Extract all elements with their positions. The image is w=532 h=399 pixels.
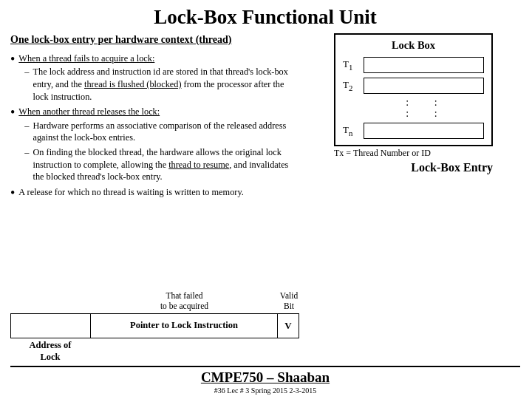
- thread-row-t1: T1: [343, 57, 484, 73]
- left-column: One lock-box entry per hardware context …: [10, 33, 299, 363]
- bullet-2-text: When another thread releases the lock:: [18, 106, 160, 117]
- bullet-2-sub-1: – Hardware performs an associative compa…: [24, 120, 299, 144]
- bullet-1-sub-1: – The lock address and instruction id ar…: [24, 66, 299, 103]
- ptr-cell: Pointer to Lock Instruction: [91, 314, 278, 338]
- tn-box: [364, 123, 484, 139]
- dots-1: : :: [364, 97, 484, 108]
- tn-label: Tn: [343, 124, 364, 137]
- t1-box: [364, 57, 484, 73]
- bullet-1-text: When a thread fails to acquire a lock:: [18, 53, 154, 64]
- t1-label: T1: [343, 58, 364, 72]
- main-title: Lock-Box Functional Unit: [10, 6, 520, 29]
- bullet-1-dot: •: [10, 52, 15, 66]
- footer: CMPE750 – Shaaban #36 Lec # 3 Spring 201…: [10, 366, 520, 395]
- t2-label: T2: [343, 79, 364, 92]
- tx-note: Tx = Thread Number or ID: [334, 148, 493, 159]
- thread-row-tn: Tn: [343, 123, 484, 139]
- bullet-3-text: A release for which no thread is waiting…: [18, 187, 244, 197]
- bullet-3-dot: •: [10, 186, 15, 200]
- bullet-3: • A release for which no thread is waiti…: [10, 186, 299, 200]
- entry-diagram: That failedto be acquired ValidBit Point…: [10, 287, 299, 363]
- lock-box-entry-label: Lock-Box Entry: [334, 161, 493, 174]
- bullet-2: • When another thread releases the lock:…: [10, 106, 299, 183]
- subtitle: One lock-box entry per hardware context …: [10, 33, 299, 47]
- bullet-2-sub-2: – On finding the blocked thread, the har…: [24, 146, 299, 183]
- bullet-2-dot: •: [10, 106, 15, 119]
- thread-row-t2: T2: [343, 78, 484, 94]
- lock-box-title: Lock Box: [343, 39, 484, 52]
- footer-sub: #36 Lec # 3 Spring 2015 2-3-2015: [10, 386, 520, 395]
- addr-below-label: Address ofLock: [10, 339, 90, 364]
- t2-box: [364, 78, 484, 94]
- lock-box: Lock Box T1 T2 : : : : Tn: [334, 33, 493, 146]
- right-column: Lock Box T1 T2 : : : : Tn: [307, 33, 520, 363]
- failed-label: That failedto be acquired: [90, 290, 279, 312]
- dots-2: : :: [364, 108, 484, 119]
- valid-bit-label: ValidBit: [279, 290, 299, 312]
- footer-title: CMPE750 – Shaaban: [201, 369, 330, 386]
- bullet-1: • When a thread fails to acquire a lock:…: [10, 52, 299, 103]
- addr-cell: [11, 314, 91, 338]
- v-cell: V: [278, 314, 299, 338]
